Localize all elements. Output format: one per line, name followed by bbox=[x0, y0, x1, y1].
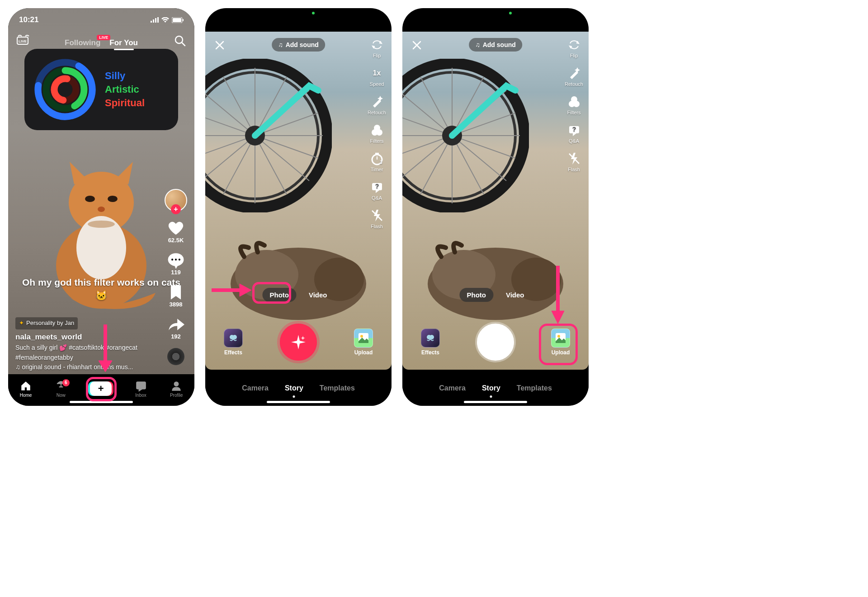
tool-retouch[interactable]: Retouch bbox=[565, 66, 583, 87]
shutter-button[interactable] bbox=[477, 324, 514, 361]
nav-create[interactable]: + bbox=[90, 381, 112, 396]
tool-flash[interactable]: Flash bbox=[368, 209, 386, 229]
effect-chip[interactable]: ✦Personality by Jan bbox=[15, 317, 78, 329]
recording-dot-icon bbox=[312, 12, 315, 14]
effects-icon bbox=[224, 329, 243, 348]
svg-rect-12 bbox=[173, 18, 181, 22]
add-sound-button[interactable]: ♫Add sound bbox=[272, 38, 325, 52]
comment-button[interactable]: 119 bbox=[167, 252, 184, 276]
qa-icon: ? bbox=[370, 180, 384, 194]
svg-point-3 bbox=[108, 196, 118, 202]
share-icon bbox=[167, 316, 184, 333]
tool-qa[interactable]: ?Q&A bbox=[565, 123, 583, 144]
home-indicator[interactable] bbox=[464, 401, 527, 403]
plus-icon: + bbox=[90, 381, 112, 396]
svg-line-97 bbox=[452, 136, 484, 194]
status-bar: 16:50 bbox=[402, 8, 589, 32]
effects-button[interactable]: Effects bbox=[421, 329, 440, 356]
right-action-bar: + 62.5K 119 3898 192 bbox=[162, 189, 190, 365]
filter-labels: Silly Artistic Spiritual bbox=[105, 69, 145, 109]
profile-icon bbox=[170, 380, 182, 392]
svg-rect-37 bbox=[380, 19, 381, 21]
tab-camera[interactable]: Camera bbox=[242, 384, 269, 392]
tab-templates[interactable]: Templates bbox=[517, 384, 552, 392]
phone-screen-feed: 10:21 LIVE Following LIVE For You Silly … bbox=[8, 8, 194, 406]
creator-avatar[interactable]: + bbox=[165, 189, 187, 212]
username[interactable]: nala_meets_world bbox=[15, 331, 154, 343]
upload-icon bbox=[551, 329, 570, 348]
svg-rect-82 bbox=[567, 18, 571, 22]
camera-viewfinder[interactable] bbox=[402, 32, 589, 370]
search-icon[interactable] bbox=[174, 34, 186, 47]
tool-flip[interactable]: Flip bbox=[565, 38, 583, 58]
avatar-icon[interactable]: + bbox=[165, 189, 187, 212]
upload-button[interactable]: Upload bbox=[551, 329, 570, 356]
tab-foryou[interactable]: For You bbox=[109, 38, 138, 47]
svg-line-91 bbox=[402, 136, 452, 181]
close-icon[interactable] bbox=[411, 40, 422, 51]
nav-inbox[interactable]: Inbox bbox=[135, 380, 147, 398]
recording-dot-icon bbox=[509, 12, 512, 14]
mode-photo[interactable]: Photo bbox=[262, 288, 296, 302]
music-note-icon: ♫ bbox=[475, 41, 480, 48]
flip-icon bbox=[370, 38, 384, 52]
filter-overlay-card: Silly Artistic Spiritual bbox=[24, 49, 178, 130]
tool-filters[interactable]: Filters bbox=[565, 95, 583, 115]
home-indicator[interactable] bbox=[267, 401, 330, 403]
tool-retouch[interactable]: Retouch bbox=[368, 95, 386, 115]
tool-speed[interactable]: 1xSpeed bbox=[368, 66, 386, 87]
close-icon[interactable] bbox=[214, 40, 225, 51]
effects-button[interactable]: Effects bbox=[224, 329, 243, 356]
tab-templates[interactable]: Templates bbox=[320, 384, 355, 392]
save-button[interactable]: 3898 bbox=[167, 284, 184, 308]
nav-home[interactable]: Home bbox=[20, 380, 32, 398]
tab-following[interactable]: Following LIVE bbox=[65, 38, 100, 47]
tool-flip[interactable]: Flip bbox=[368, 38, 386, 58]
svg-text:?: ? bbox=[572, 126, 576, 133]
shutter-button[interactable] bbox=[280, 324, 317, 361]
svg-point-2 bbox=[85, 196, 95, 202]
svg-line-89 bbox=[452, 136, 506, 181]
phone-screen-camera-upload: 16:50 ♫Add sound Flip Retouch Filters ?Q… bbox=[402, 8, 589, 406]
status-time: 16:50 bbox=[413, 15, 433, 24]
tab-story[interactable]: Story bbox=[285, 384, 303, 392]
tool-timer[interactable]: 3Timer bbox=[368, 152, 386, 172]
filters-icon bbox=[567, 95, 581, 108]
like-button[interactable]: 62.5K bbox=[167, 220, 184, 244]
tool-flash[interactable]: Flash bbox=[565, 152, 583, 172]
label-spiritual: Spiritual bbox=[105, 96, 145, 110]
tab-story[interactable]: Story bbox=[482, 384, 500, 392]
svg-text:?: ? bbox=[375, 183, 379, 190]
mode-video[interactable]: Video bbox=[499, 288, 532, 302]
camera-viewfinder[interactable] bbox=[205, 32, 392, 370]
tool-qa[interactable]: ?Q&A bbox=[368, 180, 386, 201]
sound-disc[interactable] bbox=[167, 348, 184, 365]
comment-count: 119 bbox=[171, 269, 181, 276]
home-indicator[interactable] bbox=[70, 401, 133, 403]
add-sound-button[interactable]: ♫Add sound bbox=[469, 38, 522, 52]
svg-rect-13 bbox=[183, 19, 184, 21]
share-button[interactable]: 192 bbox=[167, 316, 184, 340]
svg-point-64 bbox=[376, 129, 382, 136]
tab-camera[interactable]: Camera bbox=[439, 384, 466, 392]
live-badge: LIVE bbox=[97, 35, 110, 40]
svg-line-96 bbox=[452, 136, 515, 158]
sound-text[interactable]: ♫ original sound - rhianhart ontains mus… bbox=[15, 362, 154, 372]
svg-point-6 bbox=[88, 221, 115, 228]
tool-filters[interactable]: Filters bbox=[368, 123, 386, 144]
retouch-icon bbox=[370, 95, 384, 108]
svg-rect-7 bbox=[151, 21, 152, 23]
nav-profile[interactable]: Profile bbox=[170, 380, 183, 398]
upload-button[interactable]: Upload bbox=[354, 329, 373, 356]
label-silly: Silly bbox=[105, 69, 145, 83]
mode-photo[interactable]: Photo bbox=[459, 288, 493, 302]
follow-plus-icon[interactable]: + bbox=[171, 204, 181, 214]
nav-now[interactable]: 6Now bbox=[55, 380, 67, 398]
svg-point-27 bbox=[179, 259, 180, 260]
svg-line-48 bbox=[255, 77, 287, 136]
camera-tools-sidebar: Flip Retouch Filters ?Q&A Flash bbox=[565, 38, 583, 172]
svg-rect-36 bbox=[370, 18, 374, 22]
upload-icon bbox=[354, 329, 373, 348]
svg-rect-32 bbox=[350, 19, 351, 23]
mode-video[interactable]: Video bbox=[302, 288, 335, 302]
